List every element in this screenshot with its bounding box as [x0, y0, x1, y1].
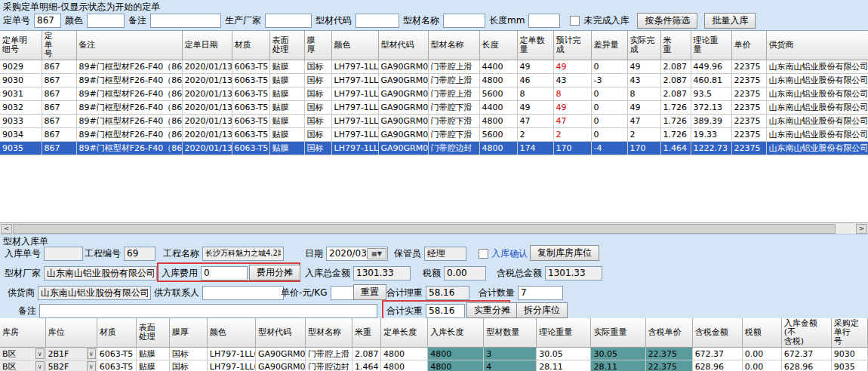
- length-label: 长度mm: [489, 14, 525, 27]
- supplier-input[interactable]: [38, 286, 151, 300]
- column-header[interactable]: 颜色: [331, 31, 378, 60]
- calendar-dropdown-icon[interactable]: ▦▼: [367, 248, 386, 259]
- dropdown-arrow-icon[interactable]: ∨: [35, 348, 45, 359]
- table-row[interactable]: B区∨2B1F∨6063-T5贴膜国标LH797-1LL0GA90GRM03门带…: [0, 348, 868, 360]
- column-header[interactable]: 入库长度: [428, 318, 484, 348]
- cell: GA90GRM04: [378, 115, 428, 128]
- total-actual-weight-input[interactable]: [426, 304, 465, 318]
- factory-input[interactable]: [44, 266, 157, 281]
- table-row[interactable]: 903086789#门框型材F26-F40（866+867）2020/01/13…: [0, 74, 868, 87]
- supplier-contact-input[interactable]: [202, 286, 284, 300]
- manufacturer-input[interactable]: [265, 14, 312, 28]
- column-header[interactable]: 表面 处理: [136, 318, 169, 348]
- total-with-tax-input[interactable]: [545, 266, 602, 281]
- column-header[interactable]: 膜 厚: [304, 31, 331, 60]
- column-header[interactable]: 材质: [232, 31, 269, 60]
- scroll-left-button[interactable]: <: [1, 224, 12, 234]
- column-header[interactable]: 型材名称: [428, 31, 479, 60]
- column-header[interactable]: 理论重 量: [691, 31, 731, 60]
- profile-name-input[interactable]: [443, 14, 485, 28]
- weight-share-button[interactable]: 实重分摊: [466, 302, 518, 318]
- table-row[interactable]: B区∨5B2F∨6063-T5贴膜国标LH797-1LL0GA90GRM05门带…: [0, 360, 868, 371]
- table-row[interactable]: 903386789#门框型材F26-F40（866+867）2020/01/13…: [0, 115, 868, 128]
- form-remark-input[interactable]: [39, 304, 377, 318]
- profile-code-input[interactable]: [356, 14, 399, 28]
- total-amount-input[interactable]: [353, 266, 411, 281]
- column-header[interactable]: 表面 处理: [269, 31, 304, 60]
- cell: 89#门框型材F26-F40（866+867）: [76, 128, 182, 142]
- column-header[interactable]: 含税金额: [692, 318, 742, 348]
- column-header[interactable]: 定单长度: [381, 318, 428, 348]
- cell: B区∨: [0, 360, 45, 371]
- dropdown-arrow-icon[interactable]: ∨: [87, 348, 96, 359]
- cell: 9029: [0, 60, 42, 74]
- column-header[interactable]: 膜厚: [169, 318, 207, 348]
- horizontal-scrollbar[interactable]: < >: [0, 223, 868, 235]
- inbound-fee-input[interactable]: [201, 266, 248, 281]
- dropdown-arrow-icon[interactable]: ∨: [87, 361, 96, 371]
- column-header[interactable]: 米重: [352, 318, 381, 348]
- column-header[interactable]: 实际完 成: [627, 31, 660, 60]
- project-no-input[interactable]: [124, 247, 155, 261]
- fee-share-button[interactable]: 费用分摊: [249, 265, 300, 281]
- dropdown-arrow-icon[interactable]: ∨: [35, 361, 45, 371]
- column-header[interactable]: 定单日期: [182, 31, 232, 60]
- column-header[interactable]: 含税单价: [645, 318, 692, 348]
- reset-button[interactable]: 重置: [353, 284, 386, 300]
- inbound-no-input[interactable]: [44, 247, 83, 261]
- table-row[interactable]: 902986789#门框型材F26-F40（866+867）2020/01/13…: [0, 60, 868, 74]
- column-header[interactable]: 颜色: [207, 318, 255, 348]
- remark-input[interactable]: [150, 14, 221, 28]
- scroll-right-button[interactable]: >: [856, 224, 867, 234]
- column-header[interactable]: 材质: [97, 318, 136, 348]
- unfinished-inbound-checkbox[interactable]: [570, 16, 580, 26]
- column-header[interactable]: 入库金额(不 含税): [781, 318, 831, 348]
- project-name-input[interactable]: [202, 247, 284, 261]
- table-row[interactable]: 903186789#门框型材F26-F40（866+867）2020/01/13…: [0, 87, 868, 101]
- table-row[interactable]: 903586789#门框型材F26-F40（866+867）2020/01/13…: [0, 142, 868, 155]
- scrollbar-thumb[interactable]: [13, 224, 836, 234]
- keeper-input[interactable]: [424, 247, 466, 261]
- column-header[interactable]: 长度: [479, 31, 517, 60]
- column-header[interactable]: 单价: [731, 31, 766, 60]
- color-input[interactable]: [87, 14, 125, 28]
- column-header[interactable]: 税额: [742, 318, 781, 348]
- column-header[interactable]: 定单数 量: [517, 31, 553, 60]
- top-grid-header: 定单明 细号定 单 号备注定单日期材质表面 处理膜 厚颜色型材代码型材名称长度定…: [0, 31, 868, 60]
- column-header[interactable]: 库位: [45, 318, 97, 348]
- cell: 6063-T5: [232, 115, 269, 128]
- column-header[interactable]: 型材名称: [305, 318, 352, 348]
- cell: B区∨: [0, 348, 45, 360]
- column-header[interactable]: 定单明 细号: [0, 31, 42, 60]
- length-input[interactable]: [528, 14, 560, 28]
- cell: 449.96: [691, 60, 731, 74]
- column-header[interactable]: 供货商: [766, 31, 868, 60]
- purchase-order-detail-grid: 定单明 细号定 单 号备注定单日期材质表面 处理膜 厚颜色型材代码型材名称长度定…: [0, 31, 868, 223]
- batch-inbound-button[interactable]: 批量入库: [704, 13, 756, 29]
- copy-location-button[interactable]: 复制库房库位: [530, 245, 599, 261]
- filter-by-condition-button[interactable]: 按条件筛选: [637, 13, 697, 29]
- column-header[interactable]: 米 重: [660, 31, 691, 60]
- column-header[interactable]: 型材数量: [484, 318, 537, 348]
- cell: 0: [591, 60, 627, 74]
- total-qty-input[interactable]: [518, 286, 563, 300]
- total-theory-weight-input[interactable]: [426, 286, 469, 300]
- split-location-button[interactable]: 拆分库位: [516, 302, 568, 318]
- column-header[interactable]: 型材代码: [255, 318, 305, 348]
- inbound-confirm-checkbox[interactable]: [479, 249, 488, 259]
- column-header[interactable]: 备注: [76, 31, 182, 60]
- order-no-input[interactable]: [34, 14, 61, 28]
- column-header[interactable]: 差异量: [591, 31, 627, 60]
- cell: 国标: [304, 142, 331, 155]
- table-row[interactable]: 903286789#门框型材F26-F40（866+867）2020/01/13…: [0, 101, 868, 115]
- tax-input[interactable]: [444, 266, 486, 281]
- column-header[interactable]: 理论重量: [537, 318, 591, 348]
- column-header[interactable]: 库房: [0, 318, 45, 348]
- column-header[interactable]: 实际重量: [591, 318, 645, 348]
- column-header[interactable]: 定 单 号: [42, 31, 76, 60]
- cell: 867: [42, 142, 76, 155]
- column-header[interactable]: 采购定单行 号: [831, 318, 867, 348]
- table-row[interactable]: 903486789#门框型材F26-F40（866+867）2020/01/13…: [0, 128, 868, 142]
- column-header[interactable]: 预计完 成: [553, 31, 591, 60]
- column-header[interactable]: 型材代码: [378, 31, 428, 60]
